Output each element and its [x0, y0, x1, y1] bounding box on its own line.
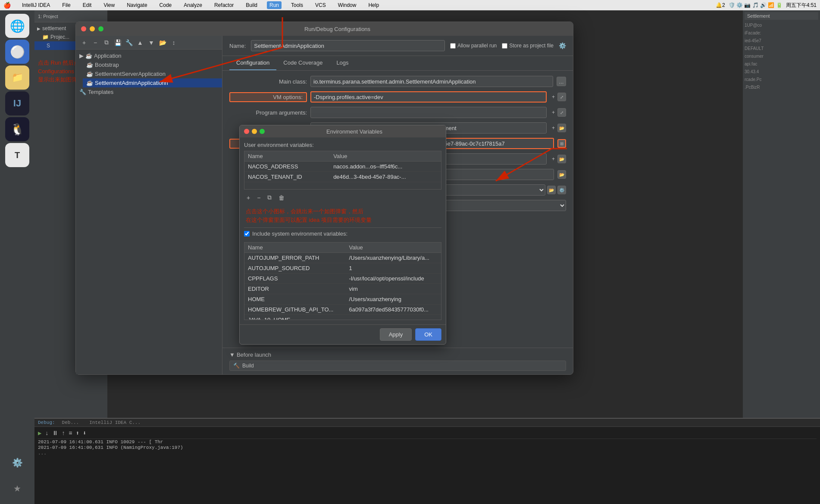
menu-tools[interactable]: Tools — [288, 1, 306, 9]
env-popup-max[interactable] — [260, 129, 265, 134]
working-dir-browse[interactable]: 📂 — [557, 124, 566, 132]
env-vars-browse-button[interactable]: ⊞ — [557, 139, 566, 148]
menu-build[interactable]: Build — [243, 1, 260, 9]
user-env-row-2[interactable]: NACOS_TENANT_ID de46d...3-4bed-45e7-89ac… — [244, 172, 441, 182]
user-env-row-1[interactable]: NACOS_ADDRESS nacos.addon...os--lff54f6c… — [244, 162, 441, 172]
system-env-row-3: CPPFLAGS -l/usr/local/opt/openssl/includ… — [244, 274, 441, 284]
jre-settings[interactable]: ⚙️ — [557, 186, 566, 194]
sidebar-icon-intellij[interactable]: IJ — [5, 91, 29, 115]
tree-item-application[interactable]: ▶ ☕ Application — [76, 51, 222, 60]
menu-view[interactable]: View — [101, 1, 117, 9]
sidebar-icon-files[interactable]: 📁 — [5, 65, 29, 90]
window-minimize-button[interactable] — [90, 26, 95, 31]
tree-up-button[interactable]: ▲ — [135, 38, 145, 47]
tree-app-icon-2: ☕ — [86, 62, 93, 68]
sidebar-icon-typora[interactable]: T — [5, 143, 29, 167]
menu-analyze[interactable]: Analyze — [181, 1, 205, 9]
program-args-row: Program arguments: + ⤢ — [229, 107, 566, 118]
program-args-input[interactable] — [310, 107, 547, 118]
system-env-row-2: AUTOJUMP_SOURCED 1 — [244, 263, 441, 274]
tree-add-button[interactable]: + — [79, 38, 89, 47]
homebrew-value: 6a097a3f7ded58435777030f0... — [346, 305, 441, 315]
allow-parallel-check[interactable] — [450, 43, 456, 49]
tree-app-icon-4: ☕ — [86, 80, 93, 86]
debug-btn-step[interactable]: ↓ — [45, 430, 48, 437]
tab-code-coverage[interactable]: Code Coverage — [276, 56, 329, 70]
ok-button[interactable]: OK — [415, 328, 441, 341]
menu-navigate[interactable]: Navigate — [124, 1, 150, 9]
classpath-browse[interactable]: 📂 — [557, 170, 566, 179]
jre-browse[interactable]: 📂 — [547, 186, 556, 194]
main-class-browse-button[interactable]: ... — [557, 77, 566, 86]
menu-code[interactable]: Code — [157, 1, 175, 9]
apply-button[interactable]: Apply — [380, 328, 412, 341]
name-input[interactable] — [251, 40, 445, 51]
env-popup-close[interactable] — [244, 129, 249, 134]
apple-menu[interactable]: 🍎 — [3, 2, 11, 9]
redirect-add[interactable]: + — [550, 155, 557, 163]
tree-save-button[interactable]: 💾 — [113, 38, 122, 47]
vm-options-input[interactable] — [310, 91, 547, 103]
vm-options-expand-button[interactable]: + — [550, 93, 557, 101]
menu-file[interactable]: File — [59, 1, 73, 9]
tree-item-bootstrap[interactable]: ☕ Bootstrap — [83, 60, 222, 69]
debug-btn-dn[interactable]: ⬇ — [83, 429, 86, 437]
user-env-label: User environment variables: — [244, 142, 441, 148]
tree-remove-button[interactable]: − — [91, 38, 100, 47]
allow-parallel-checkbox[interactable]: Allow parallel run — [450, 43, 497, 49]
env-add-button[interactable]: + — [244, 193, 253, 202]
tree-sort-button[interactable]: ↕ — [169, 38, 178, 47]
redirect-browse[interactable]: 📂 — [557, 155, 566, 163]
tree-folder-button[interactable]: 📂 — [158, 38, 167, 47]
tree-copy-button[interactable]: ⧉ — [102, 38, 111, 47]
program-args-fullscreen[interactable]: ⤢ — [557, 108, 566, 117]
sidebar-icon-chromium[interactable]: ⚪ — [5, 40, 29, 64]
env-paste-button[interactable]: 🗑 — [276, 193, 287, 202]
sidebar-icon-qq[interactable]: 🐧 — [5, 117, 29, 141]
store-project-check[interactable] — [502, 43, 507, 49]
debug-btn-list[interactable]: ≡ — [69, 430, 72, 437]
ide-tab-project[interactable]: 1: Project — [38, 14, 58, 19]
tree-item-settlement-server[interactable]: ☕ SettlementServerApplication — [83, 69, 222, 78]
before-launch-header[interactable]: ▼ Before launch — [229, 352, 566, 358]
vm-options-fullscreen-button[interactable]: ⤢ — [557, 93, 566, 101]
tree-item-settlement-admin[interactable]: ☕ SettlementAdminApplicationn — [83, 78, 222, 87]
tab-configuration[interactable]: Configuration — [229, 56, 276, 70]
env-remove-button[interactable]: − — [254, 193, 263, 202]
debug-btn-over[interactable]: ↑ — [62, 430, 65, 437]
debug-btn-run[interactable]: ▶ — [38, 429, 41, 437]
include-system-checkbox[interactable] — [244, 231, 250, 236]
menu-refactor[interactable]: Refactor — [212, 1, 236, 9]
sidebar-icon-chrome[interactable]: 🌐 — [5, 14, 29, 38]
menu-vcs[interactable]: VCS — [313, 1, 329, 9]
working-dir-actions: + 📂 — [550, 124, 566, 132]
autojump-error-value: /Users/xuanzhenying/Library/a... — [346, 253, 441, 263]
sidebar-icon-favorites[interactable]: ★ — [5, 476, 29, 501]
env-popup-min[interactable] — [252, 129, 257, 134]
env-copy-button[interactable]: ⧉ — [265, 193, 274, 202]
tree-settings-button[interactable]: 🔧 — [124, 38, 134, 47]
tree-down-button[interactable]: ▼ — [147, 38, 156, 47]
menu-intellij[interactable]: IntelliJ IDEA — [19, 1, 53, 9]
menu-run[interactable]: Run — [267, 1, 282, 9]
menu-help[interactable]: Help — [366, 1, 382, 9]
working-dir-add[interactable]: + — [550, 124, 557, 132]
tree-item-templates[interactable]: 🔧 Templates — [76, 87, 222, 96]
gear-button[interactable]: ⚙️ — [559, 42, 566, 49]
store-as-project-checkbox[interactable]: Store as project file — [502, 43, 554, 49]
debug-btn-stop[interactable]: ⏸ — [52, 430, 58, 437]
env-popup-body: User environment variables: Name Value N… — [240, 137, 446, 324]
debug-btn-up[interactable]: ⬆ — [76, 429, 79, 437]
tree-content: ▶ ☕ Application ☕ Bootstrap ☕ Settlement… — [76, 50, 222, 374]
env-popup-titlebar: Environment Variables — [240, 125, 446, 137]
sidebar-icon-settings[interactable]: ⚙️ — [5, 451, 29, 475]
env-popup: Environment Variables User environment v… — [239, 125, 446, 345]
window-close-button[interactable] — [81, 26, 86, 31]
main-class-input[interactable] — [310, 76, 553, 87]
program-args-expand[interactable]: + — [550, 108, 557, 117]
console-tab-debug[interactable]: Debug: — [38, 420, 55, 425]
window-maximize-button[interactable] — [98, 26, 103, 31]
menu-edit[interactable]: Edit — [80, 1, 94, 9]
menu-window[interactable]: Window — [335, 1, 359, 9]
tab-logs[interactable]: Logs — [329, 56, 355, 70]
